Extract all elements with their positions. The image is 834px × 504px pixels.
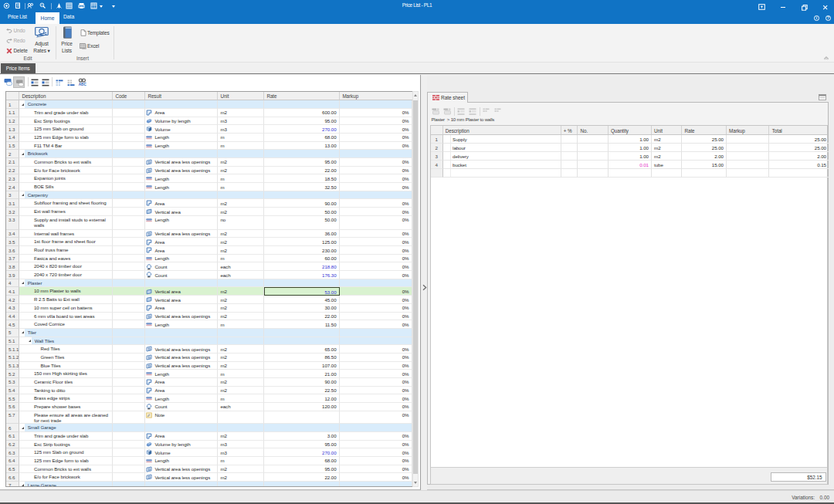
svg-text:ABC: ABC [78,83,86,86]
